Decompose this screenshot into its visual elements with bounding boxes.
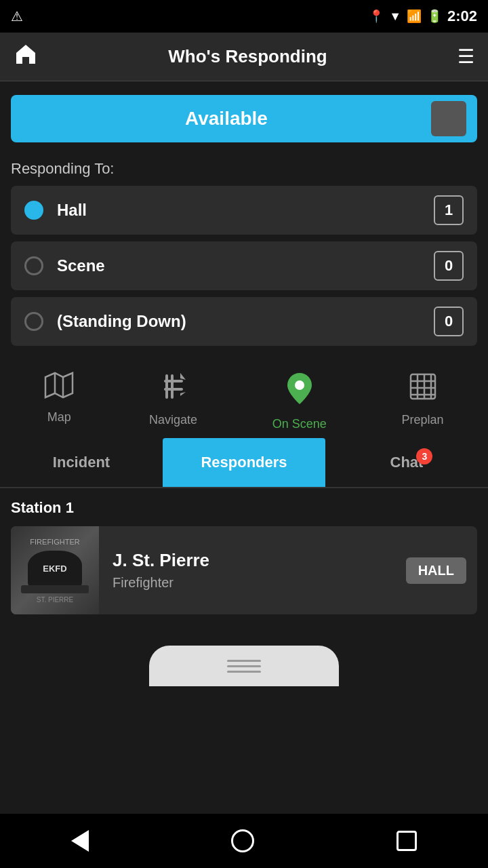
responder-info: J. St. Pierre Firefighter — [99, 539, 406, 601]
station-title: Station 1 — [11, 499, 477, 517]
svg-point-8 — [295, 380, 304, 390]
status-bar: ⚠ 📍 ▼ 📶 🔋 2:02 — [0, 0, 488, 33]
responding-section: Responding To: Hall 1 Scene 0 (Standing … — [0, 149, 488, 358]
pull-handle[interactable] — [149, 646, 339, 686]
response-item-scene[interactable]: Scene 0 — [11, 241, 477, 290]
android-back-button[interactable] — [71, 830, 89, 852]
menu-icon[interactable]: ☰ — [458, 45, 474, 68]
response-name-standingdown: (Standing Down) — [57, 312, 434, 331]
nav-preplan[interactable]: Preplan — [402, 372, 444, 431]
available-button[interactable]: Available — [11, 95, 477, 142]
pull-line-3 — [227, 671, 261, 673]
status-bar-right: 📍 ▼ 📶 🔋 2:02 — [369, 7, 477, 25]
alert-icon: ⚠ — [11, 8, 23, 24]
radio-scene — [24, 256, 43, 275]
location-icon: 📍 — [369, 9, 384, 24]
navigate-icon — [159, 372, 188, 408]
pull-line-2 — [227, 665, 261, 667]
chat-badge: 3 — [416, 448, 432, 465]
android-recents-button[interactable] — [396, 831, 417, 851]
nav-onscene-label: On Scene — [272, 417, 327, 431]
pull-lines — [227, 660, 261, 673]
responder-item[interactable]: FIREFIGHTER EKFD ST. PIERRE J. St. Pierr… — [11, 526, 477, 614]
responder-name: J. St. Pierre — [113, 550, 392, 571]
response-count-scene: 0 — [434, 251, 464, 281]
signal-icon: 📶 — [407, 9, 422, 24]
home-icon[interactable] — [14, 43, 38, 71]
response-item-standingdown[interactable]: (Standing Down) 0 — [11, 297, 477, 346]
home-circle-icon — [231, 829, 254, 852]
nav-navigate[interactable]: Navigate — [149, 372, 197, 431]
page-title: Who's Responding — [168, 46, 327, 67]
avatar-image: FIREFIGHTER EKFD ST. PIERRE — [11, 526, 99, 614]
tab-responders[interactable]: Responders — [163, 438, 325, 487]
responding-label: Responding To: — [11, 160, 477, 178]
app-header: Who's Responding ☰ — [0, 33, 488, 81]
status-bar-left: ⚠ — [11, 8, 23, 24]
tabs-bar: Incident Responders Chat 3 — [0, 438, 488, 488]
recents-icon — [396, 831, 417, 851]
nav-map-label: Map — [47, 410, 71, 425]
tab-responders-label: Responders — [201, 454, 287, 471]
response-name-scene: Scene — [57, 256, 434, 275]
svg-marker-7 — [180, 392, 186, 396]
nav-onscene[interactable]: On Scene — [272, 372, 327, 431]
radio-standingdown — [24, 312, 43, 331]
back-icon — [71, 830, 89, 852]
onscene-icon — [286, 372, 313, 412]
responder-avatar: FIREFIGHTER EKFD ST. PIERRE — [11, 526, 99, 614]
responders-section: Station 1 FIREFIGHTER EKFD ST. PIERRE J.… — [0, 488, 488, 632]
availability-toggle[interactable] — [431, 101, 466, 136]
status-time: 2:02 — [447, 7, 477, 25]
map-icon — [44, 372, 74, 405]
android-home-button[interactable] — [231, 829, 254, 852]
wifi-icon: ▼ — [389, 9, 401, 24]
pull-line-1 — [227, 660, 261, 662]
preplan-icon — [408, 372, 438, 408]
feature-nav: Map Navigate On Scene — [0, 358, 488, 438]
tab-incident[interactable]: Incident — [0, 438, 163, 487]
available-section: Available — [0, 81, 488, 149]
nav-map[interactable]: Map — [44, 372, 74, 431]
available-label: Available — [22, 108, 431, 130]
svg-rect-2 — [165, 374, 168, 399]
response-count-hall: 1 — [434, 195, 464, 225]
android-nav-bar — [0, 814, 488, 868]
tab-chat[interactable]: Chat 3 — [325, 438, 488, 487]
response-item-hall[interactable]: Hall 1 — [11, 186, 477, 235]
tab-incident-label: Incident — [53, 454, 110, 471]
tab-chat-badge-wrapper: Chat 3 — [390, 454, 424, 471]
response-name-hall: Hall — [57, 201, 434, 220]
svg-marker-6 — [180, 373, 186, 380]
responder-role: Firefighter — [113, 575, 392, 591]
svg-rect-5 — [164, 388, 183, 391]
svg-rect-4 — [164, 380, 183, 382]
response-count-standingdown: 0 — [434, 307, 464, 336]
nav-navigate-label: Navigate — [149, 413, 197, 427]
svg-rect-3 — [171, 374, 174, 399]
nav-preplan-label: Preplan — [402, 413, 444, 427]
radio-hall — [24, 201, 43, 220]
battery-icon: 🔋 — [427, 9, 442, 24]
responder-status: HALL — [406, 557, 466, 584]
